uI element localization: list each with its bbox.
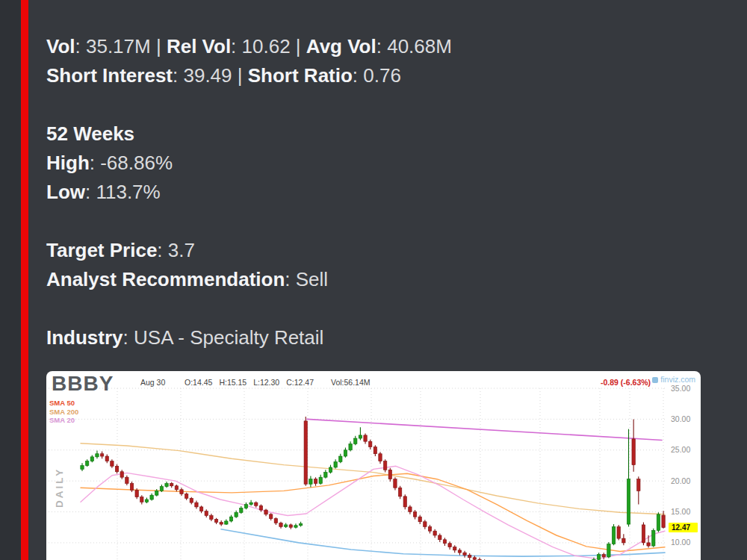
sma-legend-item: SMA 200 bbox=[49, 408, 78, 417]
svg-text:25.00: 25.00 bbox=[671, 445, 690, 454]
message-line: Target Price: 3.7 bbox=[46, 236, 734, 265]
message-line: Analyst Recommendation: Sell bbox=[46, 265, 734, 294]
stock-chart-attachment[interactable]: 35.0030.0025.0020.0015.0010.0012.47 BBBY… bbox=[46, 371, 701, 560]
message-blank-line bbox=[46, 294, 734, 323]
finviz-logo-icon bbox=[652, 377, 658, 383]
svg-text:20.00: 20.00 bbox=[671, 476, 690, 485]
svg-text:12.47: 12.47 bbox=[672, 523, 690, 532]
finviz-watermark: finviz.com bbox=[652, 375, 695, 384]
chart-change-label: -0.89 (-6.63%) bbox=[601, 378, 651, 387]
chart-date-label: Aug 30 bbox=[140, 378, 165, 387]
message-line: Low: 113.7% bbox=[46, 178, 734, 207]
chart-volume-label: Vol:56.14M bbox=[331, 378, 371, 387]
ohlc-value: L:12.30 bbox=[253, 378, 279, 387]
message-content: Vol: 35.17M | Rel Vol: 10.62 | Avg Vol: … bbox=[46, 32, 734, 352]
svg-text:35.00: 35.00 bbox=[671, 384, 690, 393]
ohlc-value: H:15.15 bbox=[219, 378, 247, 387]
message-blank-line bbox=[46, 90, 734, 119]
message-blank-line bbox=[46, 207, 734, 236]
left-gutter bbox=[0, 0, 21, 560]
svg-text:30.00: 30.00 bbox=[671, 414, 690, 423]
message-line: Short Interest: 39.49 | Short Ratio: 0.7… bbox=[46, 61, 734, 90]
sma-legend-item: SMA 20 bbox=[49, 416, 78, 425]
red-accent-bar bbox=[21, 0, 28, 560]
timeframe-label: DAILY bbox=[54, 437, 65, 508]
svg-text:10.00: 10.00 bbox=[671, 538, 690, 547]
message-line: High: -68.86% bbox=[46, 149, 734, 178]
message-line: Industry: USA - Specialty Retail bbox=[46, 323, 734, 352]
ohlc-value: O:14.45 bbox=[185, 378, 212, 387]
message-line: Vol: 35.17M | Rel Vol: 10.62 | Avg Vol: … bbox=[46, 32, 734, 61]
svg-text:15.00: 15.00 bbox=[671, 507, 690, 516]
ohlc-value: C:12.47 bbox=[286, 378, 314, 387]
sma-legend-item: SMA 50 bbox=[49, 399, 78, 408]
chart-ohlc-labels: O:14.45H:15.15L:12.30C:12.47 bbox=[185, 378, 320, 387]
message-line: 52 Weeks bbox=[46, 119, 734, 149]
sma-legend: SMA 50SMA 200SMA 20 bbox=[49, 399, 78, 425]
candlestick-chart-svg: 35.0030.0025.0020.0015.0010.0012.47 bbox=[46, 371, 701, 560]
chart-ticker-label: BBBY bbox=[52, 373, 114, 394]
